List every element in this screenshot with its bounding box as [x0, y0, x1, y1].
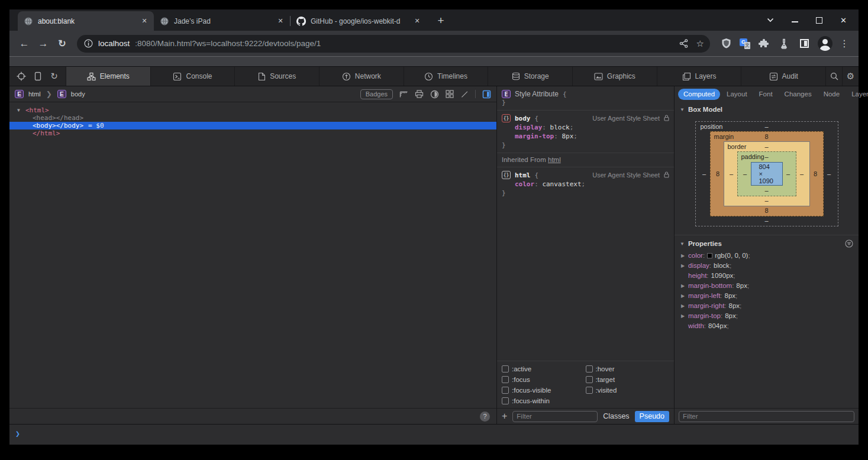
add-rule-button[interactable]: +	[502, 412, 507, 421]
browser-tab-jades-ipad[interactable]: Jade’s iPad ✕	[154, 11, 290, 31]
checkbox[interactable]	[586, 387, 593, 394]
badges-button[interactable]: Badges	[360, 89, 393, 99]
reload-page-icon[interactable]: ↻	[47, 69, 62, 84]
toggle-details-sidebar-icon[interactable]	[482, 90, 491, 99]
box-model-border[interactable]: border– – padding– – 804 × 1090	[724, 141, 810, 206]
computed-property-margin-right[interactable]: ▶margin-right8px	[675, 301, 859, 311]
box-model-margin[interactable]: margin8 8 border– – padding–	[710, 131, 824, 216]
computed-property-height[interactable]: height1090px	[675, 271, 859, 281]
css-property[interactable]: displayblock	[502, 124, 669, 131]
edit-pencil-icon[interactable]	[460, 90, 469, 98]
css-rule-html[interactable]: {} html { User Agent Style Sheet colorca…	[497, 167, 674, 200]
computed-property-margin-bottom[interactable]: ▶margin-bottom8px	[675, 281, 859, 291]
css-property[interactable]: colorcanvastext	[502, 180, 669, 188]
expand-triangle-icon[interactable]: ▶	[681, 302, 686, 310]
tab-font[interactable]: Font	[754, 89, 778, 100]
inspector-search-icon[interactable]	[825, 67, 842, 86]
tab-close-icon[interactable]: ✕	[276, 17, 285, 25]
rule-selector[interactable]: html	[515, 171, 531, 179]
tab-graphics[interactable]: Graphics	[572, 67, 657, 86]
computed-property-margin-top[interactable]: ▶margin-top8px	[675, 311, 859, 321]
expand-triangle-icon[interactable]: ▶	[681, 261, 686, 270]
tab-storage[interactable]: Storage	[488, 67, 572, 86]
reload-button[interactable]: ↻	[54, 36, 70, 51]
rulers-icon[interactable]	[399, 90, 408, 98]
checkbox[interactable]	[502, 387, 509, 394]
inspector-settings-gear-icon[interactable]: ⚙	[842, 67, 859, 86]
box-model-padding[interactable]: padding– – 804 × 1090 – –	[737, 151, 796, 196]
back-button[interactable]: ←	[17, 36, 32, 51]
tab-changes[interactable]: Changes	[779, 89, 817, 100]
tab-layers[interactable]: Layers	[657, 67, 741, 86]
dom-node-html-open[interactable]: ▼<html>	[9, 106, 496, 114]
tab-layout[interactable]: Layout	[721, 89, 753, 100]
tab-close-icon[interactable]: ✕	[412, 17, 422, 25]
pseudo-focus[interactable]: :focus	[502, 376, 586, 383]
inherited-from-link[interactable]: html	[548, 156, 561, 163]
help-button[interactable]: ?	[480, 412, 490, 422]
device-settings-icon[interactable]	[30, 69, 45, 84]
new-tab-button[interactable]: +	[433, 12, 449, 29]
dom-node-body-selected[interactable]: <body></body>= $0	[9, 122, 496, 129]
box-model-content-size[interactable]: 804 × 1090	[751, 162, 783, 186]
properties-section-header[interactable]: ▼ Properties	[675, 235, 859, 251]
expand-triangle-icon[interactable]: ▶	[681, 312, 686, 320]
tab-layers[interactable]: Layers	[846, 89, 868, 100]
print-styles-icon[interactable]	[415, 90, 424, 98]
pseudo-hover[interactable]: :hover	[586, 365, 670, 372]
tab-search-chevron-icon[interactable]	[767, 18, 774, 22]
computed-property-display[interactable]: ▶displayblock	[675, 261, 859, 271]
box-model-section-header[interactable]: ▼ Box Model	[675, 102, 859, 115]
browser-menu-icon[interactable]: ⋮	[840, 38, 849, 49]
pseudo-target[interactable]: :target	[586, 376, 670, 383]
expand-triangle-icon[interactable]: ▶	[681, 291, 686, 300]
translate-extension-icon[interactable]: G文	[740, 38, 750, 49]
browser-tab-github[interactable]: GitHub - google/ios-webkit-d ✕	[291, 11, 427, 31]
tab-sources[interactable]: Sources	[234, 67, 319, 86]
forward-button[interactable]: →	[36, 36, 51, 51]
shield-extension-icon[interactable]	[719, 37, 733, 50]
properties-filter-icon[interactable]	[845, 239, 853, 248]
checkbox[interactable]	[502, 397, 509, 404]
tab-timelines[interactable]: Timelines	[404, 67, 488, 86]
disclosure-triangle-icon[interactable]: ▼	[680, 107, 685, 112]
bookmark-star-icon[interactable]: ☆	[696, 38, 704, 49]
disclosure-triangle-icon[interactable]: ▼	[17, 106, 20, 114]
tab-computed[interactable]: Computed	[678, 89, 720, 100]
rule-selector[interactable]: body	[515, 115, 531, 122]
maximize-button[interactable]	[816, 17, 822, 24]
minimize-button[interactable]	[792, 18, 798, 22]
tab-console[interactable]: Console	[150, 67, 235, 86]
pseudo-toggle-button[interactable]: Pseudo	[635, 411, 669, 422]
classes-toggle-button[interactable]: Classes	[603, 412, 629, 420]
color-swatch[interactable]	[707, 253, 712, 258]
css-property[interactable]: margin-top8px	[502, 132, 669, 140]
extensions-puzzle-icon[interactable]	[757, 37, 770, 50]
close-window-button[interactable]: ✕	[840, 16, 847, 25]
checkbox[interactable]	[502, 376, 509, 383]
browser-tab-about-blank[interactable]: about:blank ✕	[18, 11, 154, 31]
breadcrumb-body[interactable]: body	[71, 90, 85, 98]
dom-node-html-close[interactable]: </html>	[9, 129, 496, 137]
checkbox[interactable]	[586, 365, 593, 372]
tab-close-icon[interactable]: ✕	[140, 17, 149, 25]
pseudo-focus-visible[interactable]: :focus-visible	[502, 387, 586, 394]
box-model-position[interactable]: position– – margin8 8 border–	[695, 121, 838, 226]
tab-network[interactable]: Network	[319, 67, 404, 86]
quick-console[interactable]: ❯	[9, 424, 859, 445]
url-bar[interactable]: localhost:8080/Main.html?ws=localhost:92…	[77, 35, 710, 53]
profile-avatar[interactable]	[818, 36, 832, 51]
pseudo-focus-within[interactable]: :focus-within	[502, 397, 586, 404]
sidebar-extension-icon[interactable]	[798, 37, 811, 50]
tab-elements[interactable]: Elements	[66, 67, 150, 86]
dom-node-head[interactable]: <head></head>	[9, 114, 496, 122]
checkbox[interactable]	[502, 365, 509, 372]
flask-extension-icon[interactable]	[777, 37, 790, 50]
styles-filter-input[interactable]	[512, 411, 598, 422]
pseudo-visited[interactable]: :visited	[586, 387, 670, 394]
expand-triangle-icon[interactable]: ▶	[681, 251, 686, 260]
site-info-icon[interactable]	[84, 39, 93, 48]
checkbox[interactable]	[586, 376, 593, 383]
computed-property-width[interactable]: width804px	[675, 321, 859, 331]
pseudo-active[interactable]: :active	[502, 365, 586, 372]
